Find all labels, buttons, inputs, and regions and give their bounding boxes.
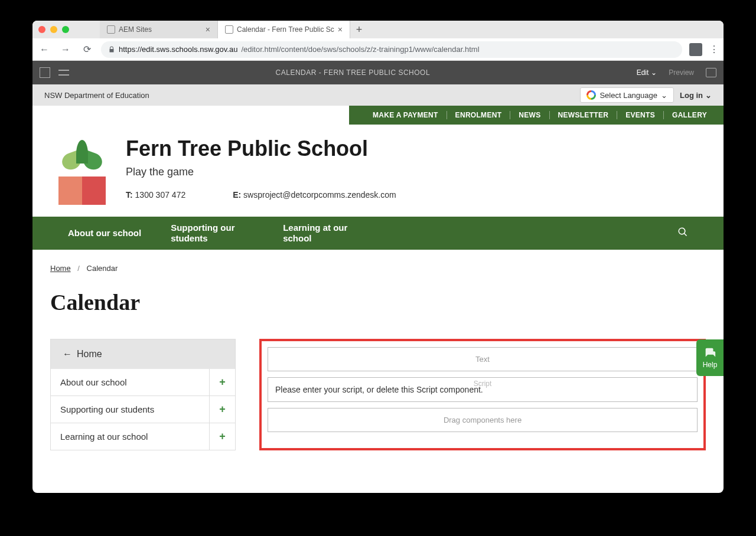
- close-tab-icon[interactable]: ×: [338, 25, 343, 34]
- expand-icon[interactable]: +: [209, 423, 235, 450]
- browser-tab[interactable]: AEM Sites ×: [100, 21, 218, 38]
- annotate-icon[interactable]: [706, 68, 716, 77]
- language-select[interactable]: Select Language ⌄: [580, 87, 674, 103]
- page-icon: [225, 25, 233, 34]
- school-header: Fern Tree Public School Play the game T:…: [32, 125, 724, 217]
- help-button[interactable]: Help: [696, 339, 724, 376]
- browser-tab[interactable]: Calendar - Fern Tree Public Sc ×: [218, 21, 350, 38]
- sidebar-home[interactable]: ← Home: [50, 339, 236, 369]
- browser-menu-button[interactable]: ⋮: [709, 44, 719, 55]
- address-input[interactable]: https://edit.sws.schools.nsw.gov.au/edit…: [101, 41, 682, 58]
- tab-title: Calendar - Fern Tree Public Sc: [237, 25, 334, 34]
- profile-button[interactable]: [689, 43, 702, 56]
- tab-title: AEM Sites: [119, 25, 152, 34]
- maximize-window-button[interactable]: [62, 26, 69, 33]
- dept-label: NSW Department of Education: [44, 91, 149, 100]
- preview-button[interactable]: Preview: [669, 68, 694, 77]
- arrow-left-icon: ←: [63, 349, 72, 359]
- url-host: https://edit.sws.schools.nsw.gov.au: [119, 45, 237, 54]
- forward-button[interactable]: →: [58, 44, 73, 55]
- school-logo: [56, 140, 108, 205]
- sidebar-item[interactable]: About our school +: [50, 369, 236, 396]
- google-icon: [586, 90, 596, 100]
- breadcrumb-current: Calendar: [87, 264, 118, 273]
- util-link[interactable]: MAKE A PAYMENT: [364, 111, 447, 119]
- side-panel-icon[interactable]: [40, 67, 50, 78]
- url-bar: ← → ⟳ https://edit.sws.schools.nsw.gov.a…: [32, 38, 724, 61]
- breadcrumb-home[interactable]: Home: [50, 264, 71, 273]
- util-link[interactable]: ENROLMENT: [447, 111, 511, 119]
- close-tab-icon[interactable]: ×: [206, 25, 210, 34]
- edit-mode-button[interactable]: Edit ⌄: [637, 68, 657, 77]
- page-info-icon[interactable]: [58, 68, 69, 77]
- script-component[interactable]: Script Please enter your script, or dele…: [268, 377, 698, 402]
- page-title: Calendar: [50, 289, 706, 315]
- dept-bar: NSW Department of Education Select Langu…: [32, 84, 724, 106]
- phone: T: 1300 307 472: [126, 190, 185, 200]
- nav-item[interactable]: Supporting our students: [171, 223, 253, 244]
- page-icon: [107, 25, 115, 34]
- back-button[interactable]: ←: [37, 44, 51, 55]
- expand-icon[interactable]: +: [209, 369, 235, 396]
- util-link[interactable]: GALLERY: [664, 111, 715, 119]
- sidebar-item[interactable]: Learning at our school +: [50, 423, 236, 450]
- component-drop-area: Text Script Please enter your script, or…: [259, 339, 706, 450]
- expand-icon[interactable]: +: [209, 396, 235, 423]
- util-link[interactable]: EVENTS: [617, 111, 664, 119]
- util-link[interactable]: NEWS: [510, 111, 549, 119]
- chevron-down-icon: ⌄: [661, 91, 667, 100]
- text-component[interactable]: Text: [268, 347, 698, 371]
- tagline: Play the game: [126, 166, 396, 178]
- nav-item[interactable]: About our school: [68, 228, 141, 238]
- aem-toolbar: CALENDAR - FERN TREE PUBLIC SCHOOL Edit …: [32, 61, 724, 84]
- utility-nav: MAKE A PAYMENT ENROLMENT NEWS NEWSLETTER…: [349, 106, 724, 125]
- login-link[interactable]: Log in ⌄: [680, 91, 712, 100]
- url-path: /editor.html/content/doe/sws/schools/z/z…: [241, 45, 479, 54]
- new-tab-button[interactable]: +: [350, 21, 368, 38]
- chat-icon: [703, 347, 716, 359]
- lock-icon: [108, 46, 115, 53]
- chevron-down-icon: ⌄: [651, 68, 657, 77]
- sidebar-item[interactable]: Supporting our students +: [50, 396, 236, 423]
- minimize-window-button[interactable]: [50, 26, 57, 33]
- drop-zone[interactable]: Drag components here: [268, 408, 698, 432]
- nav-item[interactable]: Learning at our school: [283, 223, 366, 244]
- school-name: Fern Tree Public School: [126, 136, 396, 161]
- side-nav: ← Home About our school + Supporting our…: [50, 339, 236, 450]
- email: E: swsproject@detcorpcomms.zendesk.com: [233, 190, 396, 200]
- aem-page-title: CALENDAR - FERN TREE PUBLIC SCHOOL: [69, 68, 637, 77]
- main-nav: About our school Supporting our students…: [32, 217, 724, 250]
- chevron-down-icon: ⌄: [705, 91, 712, 100]
- titlebar: AEM Sites × Calendar - Fern Tree Public …: [32, 21, 724, 38]
- breadcrumb: Home / Calendar: [50, 264, 706, 273]
- close-window-button[interactable]: [38, 26, 45, 33]
- util-link[interactable]: NEWSLETTER: [550, 111, 618, 119]
- search-icon[interactable]: [677, 227, 688, 240]
- reload-button[interactable]: ⟳: [80, 44, 94, 55]
